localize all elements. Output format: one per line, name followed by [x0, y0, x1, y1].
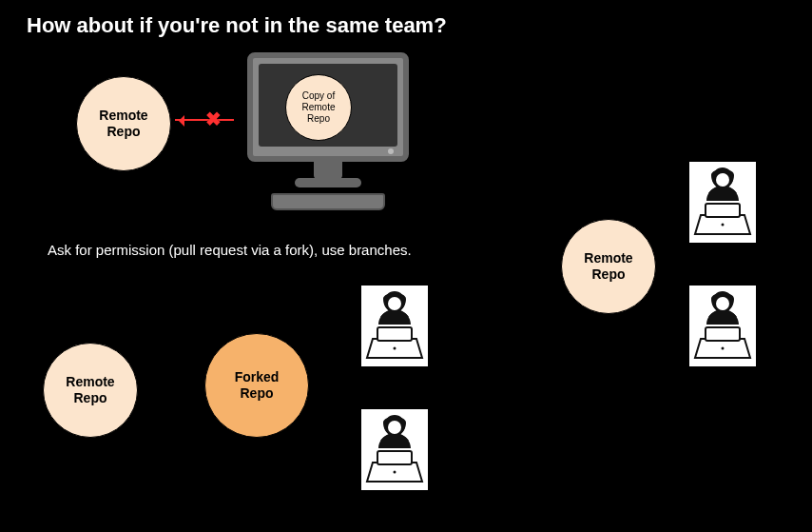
diagram-canvas: How about if you're not in the same team…: [0, 0, 812, 532]
remote-repo-circle-bottom: RemoteRepo: [43, 343, 138, 438]
blocked-push-arrow: ✖: [175, 119, 234, 121]
user-icon: [361, 286, 428, 366]
svg-point-7: [388, 421, 401, 434]
svg-point-17: [716, 297, 729, 310]
svg-rect-8: [377, 451, 412, 464]
svg-point-12: [716, 173, 729, 187]
svg-point-14: [722, 224, 725, 227]
user-icon: [689, 286, 756, 366]
forked-repo-circle: ForkedRepo: [204, 333, 309, 438]
svg-point-9: [394, 471, 396, 474]
page-title: How about if you're not in the same team…: [27, 13, 447, 38]
svg-point-2: [388, 297, 401, 310]
user-icon: [361, 409, 428, 490]
svg-rect-18: [706, 327, 740, 341]
user-icon: [689, 162, 756, 243]
copy-remote-repo-circle: Copy ofRemoteRepo: [285, 74, 352, 141]
svg-point-19: [722, 347, 725, 350]
svg-rect-13: [706, 204, 740, 217]
remote-repo-circle-right: RemoteRepo: [561, 219, 656, 314]
svg-rect-3: [377, 327, 412, 341]
remote-repo-circle-top: RemoteRepo: [76, 76, 171, 171]
close-icon: ✖: [205, 108, 222, 130]
paragraph: Ask for permission (pull request via a f…: [48, 240, 447, 260]
svg-point-4: [394, 347, 396, 350]
